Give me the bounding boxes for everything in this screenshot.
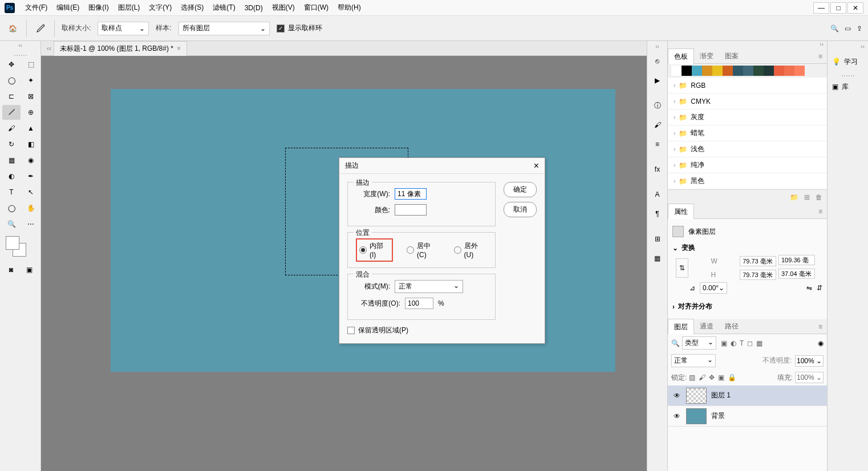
transform-header[interactable]: 变换 xyxy=(682,243,695,253)
swatch-folder[interactable]: ›📁RGB xyxy=(668,78,827,94)
fill-select[interactable]: 100%⌄ xyxy=(795,372,824,383)
ok-button[interactable]: 确定 xyxy=(504,182,537,197)
opacity-select[interactable]: 100%⌄ xyxy=(795,355,824,367)
swatch-color[interactable] xyxy=(723,66,733,76)
blend-mode-select[interactable]: 正常⌄ xyxy=(395,280,463,293)
swatch-color[interactable] xyxy=(692,66,702,76)
width-input[interactable] xyxy=(395,188,427,200)
collapse-icon[interactable]: ‹‹ xyxy=(655,43,659,51)
brushes-icon[interactable]: 🖌 xyxy=(650,115,666,135)
workspace-icon[interactable]: ▭ xyxy=(845,25,851,33)
flip-h-icon[interactable]: ⇋ xyxy=(806,284,812,292)
quickmask-tool[interactable]: ◙ xyxy=(2,262,20,277)
position-inside-radio[interactable] xyxy=(359,246,367,254)
navigator-icon[interactable]: ▦ xyxy=(650,249,666,268)
show-ring-checkbox[interactable]: ✓ xyxy=(277,25,285,33)
swatch-folder[interactable]: ›📁灰度 xyxy=(668,109,827,125)
text-tool[interactable]: T xyxy=(2,185,21,200)
swatch-color[interactable] xyxy=(671,66,682,76)
stroke-color-swatch[interactable] xyxy=(395,204,427,216)
lasso-tool[interactable]: ◯ xyxy=(2,73,21,88)
menu-text[interactable]: 文字(Y) xyxy=(144,1,176,15)
swatch-color[interactable] xyxy=(733,66,743,76)
tab-swatches[interactable]: 色板 xyxy=(668,48,694,64)
search-icon[interactable]: 🔍 xyxy=(830,25,839,33)
styles-icon[interactable]: fx xyxy=(650,160,666,179)
filter-type-select[interactable]: 类型⌄ xyxy=(682,336,716,350)
maximize-button[interactable]: □ xyxy=(830,2,846,14)
sample-layer-select[interactable]: 所有图层⌄ xyxy=(179,22,270,35)
swatch-color[interactable] xyxy=(784,66,794,76)
move-tool[interactable]: ✥ xyxy=(2,57,21,72)
marquee-tool[interactable]: ⬚ xyxy=(22,57,40,72)
align-header[interactable]: 对齐并分布 xyxy=(678,302,712,311)
position-outside-radio[interactable] xyxy=(454,246,461,254)
lock-position-icon[interactable]: ✥ xyxy=(709,373,715,381)
blend-mode-select[interactable]: 正常⌄ xyxy=(671,354,716,367)
menu-edit[interactable]: 编辑(E) xyxy=(52,1,84,15)
swatch-color[interactable] xyxy=(702,66,712,76)
eraser-tool[interactable]: ◧ xyxy=(22,137,40,152)
paragraph-icon[interactable]: ¶ xyxy=(650,204,666,224)
search-icon[interactable]: 🔍 xyxy=(671,339,680,347)
brush-tool[interactable]: 🖌 xyxy=(2,121,21,136)
swatch-color[interactable] xyxy=(753,66,764,76)
menu-image[interactable]: 图像(I) xyxy=(84,1,113,15)
character-icon[interactable]: A xyxy=(650,185,666,204)
tab-paths[interactable]: 路径 xyxy=(719,319,744,334)
foreground-color[interactable] xyxy=(6,236,19,250)
pen-tool[interactable]: ✒ xyxy=(22,169,40,184)
link-wh-icon[interactable]: ⇅ xyxy=(676,258,688,278)
swatch-folder[interactable]: ›📁纯净 xyxy=(668,157,827,173)
screenmode-tool[interactable]: ▣ xyxy=(21,262,39,277)
dodge-tool[interactable]: ◐ xyxy=(2,169,21,184)
visibility-icon[interactable]: 👁 xyxy=(672,412,682,420)
menu-filter[interactable]: 滤镜(T) xyxy=(208,1,240,15)
lock-transparent-icon[interactable]: ▨ xyxy=(689,373,695,381)
y-input[interactable] xyxy=(778,269,815,279)
collapse-icon[interactable]: ‹‹ xyxy=(828,43,868,51)
visibility-icon[interactable]: 👁 xyxy=(672,392,682,400)
swatch-folder[interactable]: ›📁浅色 xyxy=(668,141,827,157)
swatch-color[interactable] xyxy=(774,66,784,76)
color-swatches[interactable] xyxy=(0,233,40,261)
lock-all-icon[interactable]: 🔒 xyxy=(728,373,736,381)
adjustments-icon[interactable]: ≡ xyxy=(650,135,666,154)
frame-tool[interactable]: ⊠ xyxy=(22,89,40,104)
filter-adjust-icon[interactable]: ◐ xyxy=(731,339,736,347)
flip-v-icon[interactable]: ⇵ xyxy=(817,284,822,292)
swatch-folder[interactable]: ›📁蜡笔 xyxy=(668,125,827,141)
filter-smart-icon[interactable]: ▦ xyxy=(756,339,762,347)
angle-input[interactable]: 0.00°⌄ xyxy=(700,282,727,294)
swatch-folder[interactable]: ›📁黑色 xyxy=(668,173,827,189)
stamp-tool[interactable]: ▲ xyxy=(22,121,40,136)
tab-layers[interactable]: 图层 xyxy=(668,319,694,335)
minimize-button[interactable]: — xyxy=(813,2,829,14)
swatch-color[interactable] xyxy=(712,66,723,76)
swatch-color[interactable] xyxy=(764,66,774,76)
dialog-close-icon[interactable]: × xyxy=(534,161,539,171)
layer-thumbnail[interactable] xyxy=(686,388,707,404)
hand-tool[interactable]: ✋ xyxy=(22,201,40,216)
height-input[interactable] xyxy=(740,270,776,280)
home-icon[interactable]: 🏠 xyxy=(6,22,19,35)
panel-menu-icon[interactable]: ≡ xyxy=(814,52,827,60)
layer-item[interactable]: 👁图层 1 xyxy=(668,385,827,406)
zoom-tool[interactable]: 🔍 xyxy=(2,217,21,232)
layer-thumbnail[interactable] xyxy=(686,408,707,424)
opacity-input[interactable] xyxy=(405,298,433,309)
filter-shape-icon[interactable]: ◻ xyxy=(747,339,753,347)
info-icon[interactable]: ⓘ xyxy=(650,96,666,115)
panel-menu-icon[interactable]: ≡ xyxy=(814,208,827,216)
edit-toolbar[interactable]: ⋯ xyxy=(22,217,40,232)
path-tool[interactable]: ↖ xyxy=(22,185,40,200)
sample-size-select[interactable]: 取样点⌄ xyxy=(98,22,149,35)
panel-menu-icon[interactable]: ≡ xyxy=(814,323,827,331)
eyedropper-tool[interactable] xyxy=(2,105,21,120)
crop-tool[interactable]: ⊏ xyxy=(2,89,21,104)
document-tab[interactable]: 未标题-1 @ 100% (图层 1, RGB/8#) * × xyxy=(54,41,187,56)
swatch-folder[interactable]: ›📁CMYK xyxy=(668,94,827,109)
new-swatch-icon[interactable]: ⊞ xyxy=(804,193,810,201)
menu-select[interactable]: 选择(S) xyxy=(176,1,208,15)
filter-toggle-icon[interactable]: ◉ xyxy=(818,339,824,347)
